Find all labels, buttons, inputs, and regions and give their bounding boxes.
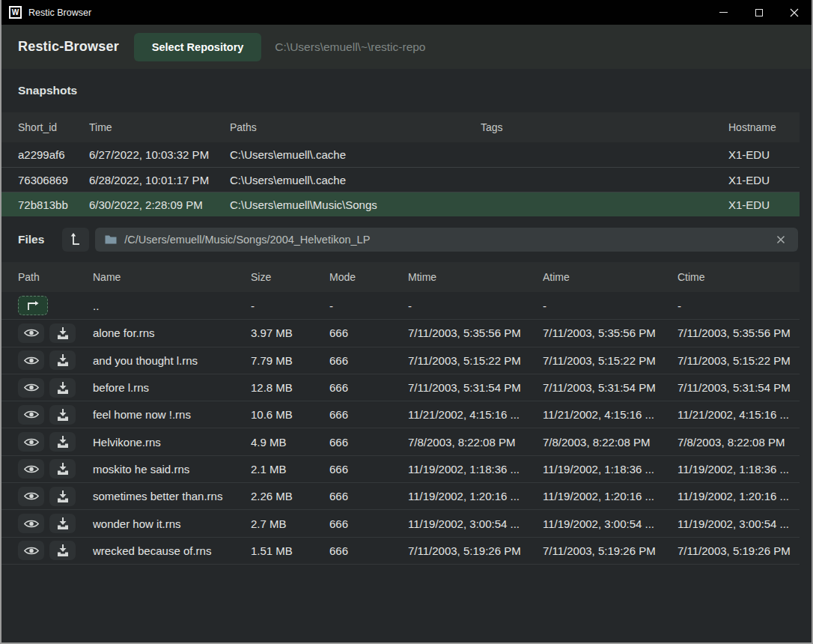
file-row: and you thought l.rns 7.79 MB 666 7/11/2… (1, 347, 800, 374)
snapshot-hostname: X1-EDU (728, 174, 800, 186)
repo-path-input[interactable]: C:\Users\emuell\~\restic-repo (275, 40, 425, 54)
preview-file-button[interactable] (18, 323, 44, 343)
navigate-parent-button[interactable] (18, 296, 48, 315)
col-time: Time (89, 121, 230, 133)
close-icon (790, 8, 799, 17)
file-atime: 7/8/2003, 8:22:08 PM (543, 436, 678, 449)
minimize-icon (719, 12, 728, 13)
preview-file-button[interactable] (18, 459, 44, 479)
clear-path-button[interactable] (773, 232, 788, 247)
eye-icon (23, 464, 40, 475)
snapshot-time: 6/28/2022, 10:01:17 PM (89, 174, 230, 186)
download-icon (57, 436, 69, 448)
preview-file-button[interactable] (18, 350, 44, 370)
file-name: Helvikone.rns (93, 436, 251, 449)
file-size: 2.1 MB (251, 463, 329, 476)
file-mode: 666 (329, 326, 408, 339)
preview-file-button[interactable] (18, 514, 44, 533)
col-path: Path (18, 271, 93, 283)
snapshot-row[interactable]: a2299af6 6/27/2022, 10:03:32 PM C:\Users… (1, 142, 800, 167)
go-up-directory-button[interactable] (62, 228, 89, 252)
download-icon (57, 409, 69, 421)
snapshot-time: 6/27/2022, 10:03:32 PM (89, 148, 230, 161)
download-file-button[interactable] (49, 405, 76, 425)
window-title: Restic Browser (28, 7, 91, 18)
snapshot-row-selected[interactable]: 72b813bb 6/30/2022, 2:28:09 PM C:\Users\… (1, 192, 800, 216)
download-file-button[interactable] (49, 378, 76, 398)
files-table: .. - - - - - alone for.rns 3.97 MB 666 7… (1, 292, 800, 565)
preview-file-button[interactable] (18, 541, 44, 560)
file-name: before l.rns (93, 381, 251, 394)
file-mode: 666 (329, 463, 408, 476)
file-mode: 666 (329, 544, 408, 557)
file-atime: 7/11/2003, 5:35:56 PM (543, 326, 678, 339)
preview-file-button[interactable] (18, 405, 44, 425)
file-mtime: 7/11/2003, 5:19:26 PM (408, 544, 543, 557)
file-mode: 666 (329, 408, 408, 421)
eye-icon (23, 409, 40, 420)
download-file-button[interactable] (49, 487, 76, 506)
file-atime: 11/19/2002, 1:18:36 ... (543, 463, 678, 476)
eye-icon (23, 545, 40, 556)
file-row: moskito he said.rns 2.1 MB 666 11/19/200… (1, 455, 800, 482)
folder-icon (105, 234, 117, 244)
download-icon (57, 544, 69, 556)
file-name: moskito he said.rns (93, 463, 251, 476)
file-atime: 7/11/2003, 5:31:54 PM (543, 381, 678, 394)
snapshot-row[interactable]: 76306869 6/28/2022, 10:01:17 PM C:\Users… (1, 167, 800, 192)
preview-file-button[interactable] (18, 378, 44, 398)
file-row: wrecked because of.rns 1.51 MB 666 7/11/… (1, 537, 800, 564)
breadcrumb[interactable]: /C/Users/emuell/Music/Songs/2004_Helveti… (95, 228, 798, 252)
download-file-button[interactable] (49, 514, 76, 533)
file-row: feel home now !.rns 10.6 MB 666 11/21/20… (1, 401, 800, 428)
close-button[interactable] (776, 0, 812, 25)
file-ctime: 7/8/2003, 8:22:08 PM (678, 436, 800, 449)
file-mtime: 11/19/2002, 1:20:16 ... (408, 490, 543, 502)
file-size: 3.97 MB (251, 326, 329, 339)
close-icon (776, 235, 785, 244)
download-icon (57, 327, 69, 339)
files-title: Files (18, 233, 44, 246)
download-file-button[interactable] (49, 541, 76, 560)
download-file-button[interactable] (49, 350, 76, 370)
file-atime: 7/11/2003, 5:19:26 PM (543, 544, 678, 557)
app-logo-icon: W (9, 6, 22, 19)
file-name: .. (93, 300, 251, 312)
file-mode: 666 (329, 354, 408, 367)
file-size: 4.9 MB (251, 436, 329, 449)
eye-icon (23, 327, 40, 338)
download-file-button[interactable] (49, 459, 76, 479)
file-mtime: 11/21/2002, 4:15:16 ... (408, 408, 543, 421)
snapshot-paths: C:\Users\emuell\Music\Songs (230, 198, 481, 211)
file-mtime: 7/11/2003, 5:15:22 PM (408, 354, 543, 367)
file-atime: 11/19/2002, 3:00:54 ... (543, 517, 678, 530)
snapshot-paths: C:\Users\emuell\.cache (230, 174, 481, 186)
file-mode: - (329, 300, 408, 312)
file-name: alone for.rns (93, 326, 251, 339)
files-section-header: Files /C/Users/emuell/Music/Songs/2004_H… (1, 216, 812, 262)
eye-icon (23, 382, 40, 393)
app-window: W Restic Browser Restic-Browser Select R… (0, 0, 813, 644)
file-atime: 11/19/2002, 1:20:16 ... (543, 490, 678, 502)
file-name: wrecked because of.rns (93, 544, 251, 557)
maximize-button[interactable] (741, 0, 776, 25)
snapshot-paths: C:\Users\emuell\.cache (230, 148, 481, 161)
file-mtime: 11/19/2002, 1:18:36 ... (408, 463, 543, 476)
col-mode: Mode (329, 271, 408, 283)
file-atime: 11/21/2002, 4:15:16 ... (543, 408, 678, 421)
file-mtime: 7/11/2003, 5:31:54 PM (408, 381, 543, 394)
snapshot-short-id: 76306869 (18, 174, 89, 186)
file-size: 1.51 MB (251, 544, 329, 557)
download-file-button[interactable] (49, 432, 76, 452)
eye-icon (23, 490, 40, 502)
col-size: Size (251, 271, 329, 283)
app-title: Restic-Browser (18, 39, 119, 55)
titlebar: W Restic Browser (1, 0, 812, 25)
download-file-button[interactable] (49, 323, 76, 343)
preview-file-button[interactable] (18, 432, 44, 452)
file-name: sometimes better than.rns (93, 490, 251, 502)
snapshots-table-header: Short_id Time Paths Tags Hostname (1, 112, 800, 142)
preview-file-button[interactable] (18, 487, 44, 506)
minimize-button[interactable] (706, 0, 741, 25)
select-repository-button[interactable]: Select Repository (134, 33, 262, 61)
